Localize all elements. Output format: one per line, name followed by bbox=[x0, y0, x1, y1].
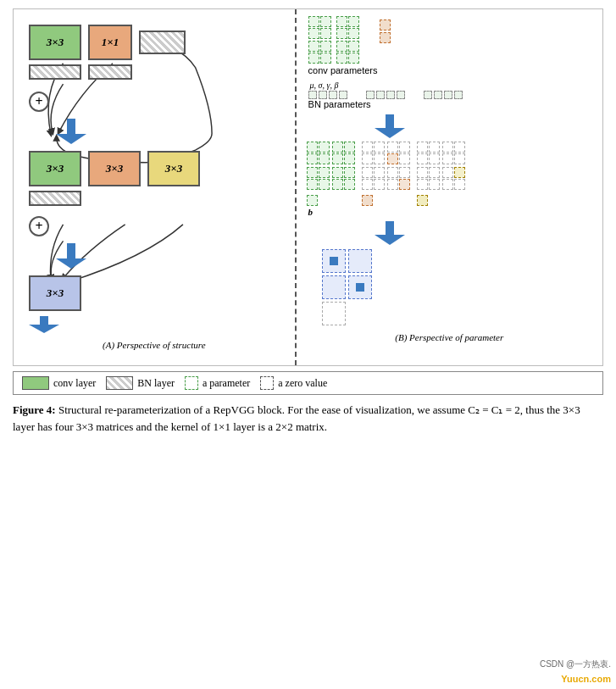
conv-params-label: conv parameters bbox=[308, 65, 594, 75]
panels-row: 3×3 1×1 + bbox=[14, 9, 602, 365]
hatch-strip-1 bbox=[29, 64, 81, 80]
blue-arrow-right-panel bbox=[375, 114, 405, 138]
legend-bn-label: BN layer bbox=[137, 377, 175, 390]
b-label: b bbox=[308, 207, 594, 217]
bn-params-label: BN parameters bbox=[308, 99, 594, 109]
legend-zero: a zero value bbox=[260, 376, 327, 390]
watermark-grey: CSDN @一方热衷. bbox=[540, 658, 611, 670]
comb-grid-g22 bbox=[332, 167, 355, 190]
plus-circle-2: + bbox=[29, 216, 49, 236]
comb-grid-y11 bbox=[417, 142, 440, 164]
figure-container: 3×3 1×1 + bbox=[13, 8, 603, 366]
b-cell-green bbox=[307, 195, 318, 206]
figure-caption: Figure 4: Structural re-parameterization… bbox=[13, 402, 603, 435]
final-grid-12 bbox=[348, 249, 372, 273]
green-3x3-top: 3×3 bbox=[29, 25, 81, 60]
right-panel: conv parameters μ, σ, γ, β bbox=[297, 9, 602, 365]
final-extra-cell bbox=[322, 302, 346, 325]
comb-grid-y12 bbox=[442, 142, 465, 164]
watermark-yellow: Yuucn.com bbox=[561, 674, 611, 684]
blue-arrow-2 bbox=[56, 243, 86, 269]
yellow-3x3-mid3: 3×3 bbox=[147, 151, 200, 186]
lavender-3x3-bot: 3×3 bbox=[29, 275, 81, 311]
figure-number: Figure 4: bbox=[13, 403, 56, 416]
conv-orange-cell-2 bbox=[380, 32, 391, 43]
comb-grid-g12 bbox=[332, 142, 355, 164]
left-panel-caption: (A) Perspective of structure bbox=[20, 336, 288, 355]
conv-grid-g4 bbox=[336, 41, 359, 64]
final-grid-11 bbox=[322, 249, 346, 273]
left-panel: 3×3 1×1 + bbox=[14, 9, 297, 365]
blue-arrow-3 bbox=[29, 316, 59, 333]
blue-arrow-right-panel-2 bbox=[375, 221, 405, 245]
svg-marker-5 bbox=[29, 325, 59, 333]
comb-grid-y21 bbox=[417, 167, 440, 190]
legend-param: a parameter bbox=[185, 376, 250, 390]
comb-grid-e22 bbox=[387, 167, 410, 190]
svg-rect-0 bbox=[67, 119, 75, 134]
page: 3×3 1×1 + bbox=[0, 0, 616, 689]
hatch-strip-mid bbox=[29, 191, 81, 206]
legend-bn-icon bbox=[106, 376, 133, 390]
svg-rect-4 bbox=[40, 316, 48, 325]
legend-conv: conv layer bbox=[22, 376, 96, 390]
caption-text: Structural re-parameterization of a RepV… bbox=[13, 403, 580, 433]
svg-rect-2 bbox=[67, 243, 75, 258]
svg-marker-1 bbox=[56, 134, 86, 144]
bn-params-section: μ, σ, γ, β bbox=[305, 81, 594, 109]
svg-marker-9 bbox=[375, 235, 405, 245]
legend-conv-label: conv layer bbox=[53, 377, 96, 390]
legend-conv-icon bbox=[22, 376, 49, 390]
svg-marker-7 bbox=[375, 128, 405, 138]
conv-grid-g3 bbox=[336, 16, 359, 39]
hatch-box-top bbox=[139, 31, 186, 54]
svg-marker-3 bbox=[56, 258, 86, 269]
svg-rect-6 bbox=[386, 114, 394, 128]
comb-grid-g21 bbox=[307, 167, 330, 190]
conv-params-section: conv parameters bbox=[305, 16, 594, 75]
green-3x3-mid1: 3×3 bbox=[29, 151, 81, 186]
hatch-strip-2 bbox=[88, 64, 132, 80]
comb-grid-e21 bbox=[362, 167, 385, 190]
comb-grid-y22 bbox=[442, 167, 465, 190]
legend-param-label: a parameter bbox=[203, 377, 250, 390]
final-grid-22 bbox=[348, 275, 372, 299]
svg-rect-8 bbox=[386, 221, 394, 235]
comb-grid-e12 bbox=[387, 142, 410, 164]
legend-param-icon bbox=[185, 376, 198, 390]
plus-circle-1: + bbox=[29, 92, 49, 112]
structure-arrows bbox=[14, 9, 295, 365]
legend-zero-label: a zero value bbox=[278, 377, 327, 390]
comb-grid-e11 bbox=[362, 142, 385, 164]
legend-bn: BN layer bbox=[106, 376, 175, 390]
orange-1x1-top: 1×1 bbox=[88, 25, 132, 60]
final-grid-21 bbox=[322, 275, 346, 299]
b-cell-yellow bbox=[417, 195, 428, 206]
conv-orange-cell-1 bbox=[380, 19, 391, 31]
b-cell-orange bbox=[362, 195, 373, 206]
comb-grid-g11 bbox=[307, 142, 330, 164]
conv-grid-g2 bbox=[308, 41, 331, 64]
orange-3x3-mid2: 3×3 bbox=[88, 151, 141, 186]
legend-zero-icon bbox=[260, 376, 274, 390]
blue-arrow-1 bbox=[56, 119, 86, 144]
right-panel-caption: (B) Perspective of parameter bbox=[305, 329, 594, 347]
legend: conv layer BN layer a parameter a zero v… bbox=[13, 371, 603, 395]
mu-sigma-label: μ, σ, γ, β bbox=[310, 81, 594, 90]
conv-grid-g1 bbox=[308, 16, 331, 39]
